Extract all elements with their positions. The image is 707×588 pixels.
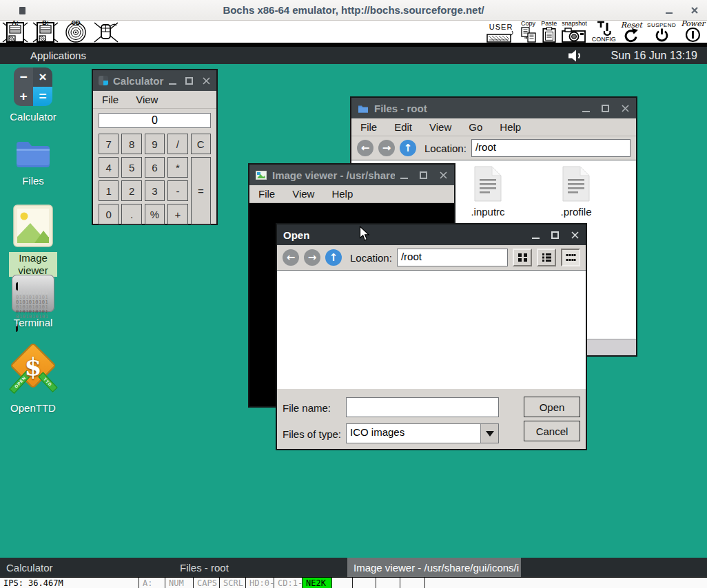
close-button[interactable]: [571, 231, 580, 240]
maximize-button[interactable]: [551, 231, 559, 239]
menu-go[interactable]: Go: [469, 121, 482, 133]
calc-key-divide[interactable]: /: [167, 134, 187, 154]
close-button[interactable]: [202, 76, 211, 85]
back-button[interactable]: ←: [283, 249, 299, 266]
power-button[interactable]: Power: [680, 21, 706, 43]
floppy-b-label: B:: [32, 19, 59, 26]
calc-key-minus[interactable]: -: [167, 180, 187, 201]
forward-button[interactable]: →: [304, 249, 320, 266]
paste-button[interactable]: Paste: [540, 21, 557, 43]
bochs-close-button[interactable]: [690, 6, 699, 14]
menu-file[interactable]: File: [258, 188, 275, 200]
calc-key-9[interactable]: 9: [145, 134, 165, 154]
taskbar-item-image-viewer[interactable]: Image viewer - /usr/share/gui/icons/i: [347, 558, 521, 577]
power-label: Power: [681, 21, 705, 27]
calc-key-clear[interactable]: C: [191, 134, 211, 154]
open-dialog-bottom-panel: File name: Open Files of type: ICO image…: [277, 389, 586, 449]
calc-key-equals[interactable]: =: [191, 157, 211, 224]
reset-button[interactable]: Reset: [620, 21, 643, 43]
back-icon: ←: [287, 251, 296, 264]
list-view-button[interactable]: [537, 249, 556, 266]
taskbar-item-calculator[interactable]: Calculator: [0, 558, 174, 577]
cancel-button[interactable]: Cancel: [524, 421, 580, 441]
mouse-icon: [93, 22, 119, 43]
close-button[interactable]: [439, 171, 448, 180]
image-viewer-titlebar[interactable]: Image viewer - /usr/share: [249, 165, 454, 185]
window-title: Image viewer - /usr/share: [272, 169, 395, 181]
close-button[interactable]: [621, 104, 630, 113]
bochs-minimize-button[interactable]: [666, 12, 673, 14]
minimize-button[interactable]: [400, 178, 408, 179]
files-titlebar[interactable]: Files - root: [351, 98, 636, 118]
mouse-button[interactable]: [92, 21, 120, 43]
openttd-icon: OPEN TTD $: [6, 346, 60, 397]
file-type-combo[interactable]: ICO images: [346, 423, 499, 443]
maximize-button[interactable]: [602, 105, 609, 112]
calculator-titlebar[interactable]: Calculator: [93, 70, 216, 91]
calc-key-5[interactable]: 5: [121, 157, 141, 178]
location-input[interactable]: /root: [397, 249, 508, 266]
calc-key-percent[interactable]: %: [145, 204, 165, 224]
floppy-b-button[interactable]: B:: [32, 21, 59, 43]
back-button[interactable]: ←: [357, 140, 373, 156]
image-viewer-menubar: File View Help: [249, 185, 454, 203]
open-dialog-file-list[interactable]: [277, 270, 586, 389]
calc-key-2[interactable]: 2: [121, 180, 141, 201]
minimize-button[interactable]: [169, 83, 176, 85]
calc-key-1[interactable]: 1: [99, 180, 119, 201]
file-name-input[interactable]: [346, 397, 499, 417]
forward-button[interactable]: →: [378, 140, 395, 156]
statusbar-empty-segment: [425, 578, 707, 588]
calc-key-0[interactable]: 0: [99, 204, 119, 224]
location-input[interactable]: /root: [471, 139, 631, 157]
calc-key-6[interactable]: 6: [145, 157, 165, 178]
user-label: USER: [489, 24, 513, 30]
files-menubar: File Edit View Go Help: [351, 118, 636, 136]
minimize-button[interactable]: [582, 111, 590, 112]
file-item-inputrc[interactable]: .inputrc: [453, 166, 522, 218]
desktop-icon-calculator[interactable]: − × + = Calculator: [0, 67, 66, 123]
calc-key-plus[interactable]: +: [167, 204, 187, 224]
desktop-icon-terminal[interactable]: 0101010101 0101010101 0101010101 0101010…: [0, 275, 66, 329]
speaker-icon[interactable]: [567, 50, 584, 62]
config-button[interactable]: CONFIG: [591, 21, 617, 43]
snapshot-button[interactable]: snapshot: [561, 21, 588, 43]
desktop-icon-image-viewer[interactable]: Image viewer: [0, 204, 66, 277]
cdrom-button[interactable]: CD: [62, 21, 90, 43]
open-dialog-titlebar[interactable]: Open: [277, 224, 586, 245]
calc-key-multiply[interactable]: *: [167, 157, 187, 178]
clock[interactable]: Sun 16 Jun 13:19: [611, 50, 697, 62]
up-button[interactable]: ↑: [400, 140, 416, 156]
menu-view[interactable]: View: [292, 188, 314, 200]
menu-view[interactable]: View: [429, 121, 451, 133]
calc-key-8[interactable]: 8: [121, 134, 141, 154]
suspend-button[interactable]: SUSPEND: [646, 21, 677, 43]
compact-view-button[interactable]: [561, 249, 580, 266]
icon-view-button[interactable]: [513, 249, 532, 266]
desktop-icon-files[interactable]: Files: [0, 138, 66, 187]
taskbar-item-files[interactable]: Files - root: [174, 558, 347, 577]
calc-key-3[interactable]: 3: [145, 180, 165, 201]
floppy-a-button[interactable]: A:: [1, 21, 29, 43]
menu-view[interactable]: View: [136, 94, 158, 105]
calc-key-4[interactable]: 4: [99, 157, 119, 178]
maximize-button[interactable]: [185, 77, 193, 85]
menu-help[interactable]: Help: [500, 121, 521, 133]
menu-file[interactable]: File: [360, 121, 377, 133]
menu-file[interactable]: File: [102, 94, 119, 105]
open-button[interactable]: Open: [524, 397, 580, 417]
up-button[interactable]: ↑: [325, 249, 342, 266]
minimize-button[interactable]: [532, 238, 540, 239]
menu-edit[interactable]: Edit: [394, 121, 412, 133]
maximize-button[interactable]: [420, 171, 427, 179]
desktop-icon-openttd[interactable]: OPEN TTD $ OpenTTD: [0, 346, 66, 414]
statusbar-empty-segment: [353, 578, 376, 588]
user-button[interactable]: USER: [486, 21, 516, 43]
applications-menu[interactable]: Applications: [30, 50, 86, 61]
file-item-profile[interactable]: .profile: [542, 166, 611, 218]
calc-key-7[interactable]: 7: [99, 134, 119, 154]
calc-key-dot[interactable]: .: [121, 204, 141, 224]
combo-dropdown-button[interactable]: [480, 424, 498, 443]
menu-help[interactable]: Help: [331, 188, 353, 200]
copy-button[interactable]: Copy: [520, 21, 537, 43]
